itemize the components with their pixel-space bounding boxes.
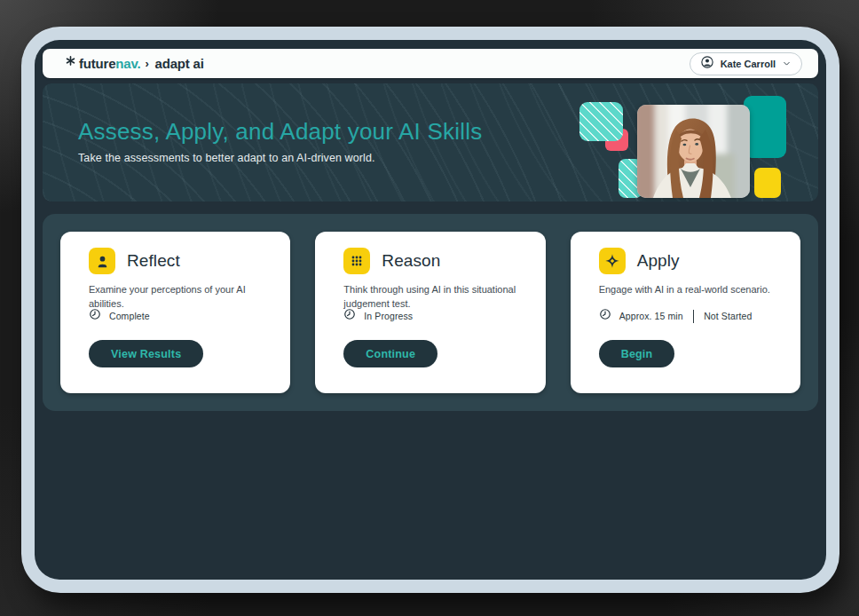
hero-subtitle: Take the assessments to better adapt to … (78, 152, 482, 164)
product-name: adapt ai (155, 56, 204, 71)
user-menu-button[interactable]: Kate Carroll (690, 52, 802, 75)
status-label: Complete (109, 311, 150, 321)
hero-banner: Assess, Apply, and Adapt your AI Skills … (43, 83, 818, 201)
decorative-yellow-square (754, 168, 781, 198)
desktop-background: futurenav. › adapt ai Kate Carroll (0, 0, 859, 616)
status-divider (693, 310, 695, 323)
begin-button[interactable]: Begin (599, 340, 675, 367)
status-row: In Progress (343, 308, 413, 324)
grid-dots-icon (343, 248, 370, 274)
card-apply: Apply Engage with AI in a real-world sce… (571, 232, 800, 393)
card-title: Reason (382, 251, 440, 271)
card-title: Apply (637, 251, 680, 271)
tablet-bezel: futurenav. › adapt ai Kate Carroll (21, 27, 839, 593)
status-time: Approx. 15 min (619, 311, 683, 321)
card-reason: Reason Think through using AI in this si… (315, 232, 545, 393)
clock-icon (343, 308, 356, 324)
person-icon (89, 248, 115, 274)
user-name: Kate Carroll (721, 59, 776, 69)
sparkle-icon (599, 248, 626, 274)
status-label: Not Started (704, 311, 752, 321)
hero-portrait-photo (637, 105, 750, 198)
status-row: Complete (89, 308, 150, 324)
clock-icon (89, 308, 101, 324)
card-reflect: Reflect Examine your perceptions of your… (60, 232, 290, 393)
brand-future: future (79, 56, 115, 71)
breadcrumb-separator: › (145, 57, 148, 70)
assessments-panel: Reflect Examine your perceptions of your… (43, 214, 818, 411)
brand-nav: nav. (115, 56, 140, 71)
hero-title: Assess, Apply, and Adapt your AI Skills (78, 118, 482, 146)
brand-logo: futurenav. › adapt ai (66, 56, 204, 71)
continue-button[interactable]: Continue (343, 340, 437, 367)
chevron-down-icon (782, 56, 792, 72)
app-screen: futurenav. › adapt ai Kate Carroll (35, 40, 826, 580)
card-description: Engage with AI in a real-world scenario. (599, 283, 776, 297)
brand-name: futurenav. (79, 56, 140, 71)
card-title: Reflect (127, 251, 180, 271)
asterisk-icon (66, 56, 75, 66)
decorative-striped-square (579, 102, 623, 141)
status-label: In Progress (364, 311, 413, 321)
clock-icon (599, 308, 611, 324)
status-row: Approx. 15 min Not Started (599, 308, 753, 324)
user-avatar-icon (700, 55, 714, 73)
view-results-button[interactable]: View Results (89, 340, 203, 367)
decorative-teal-rectangle (744, 96, 786, 158)
top-navbar: futurenav. › adapt ai Kate Carroll (43, 49, 818, 78)
